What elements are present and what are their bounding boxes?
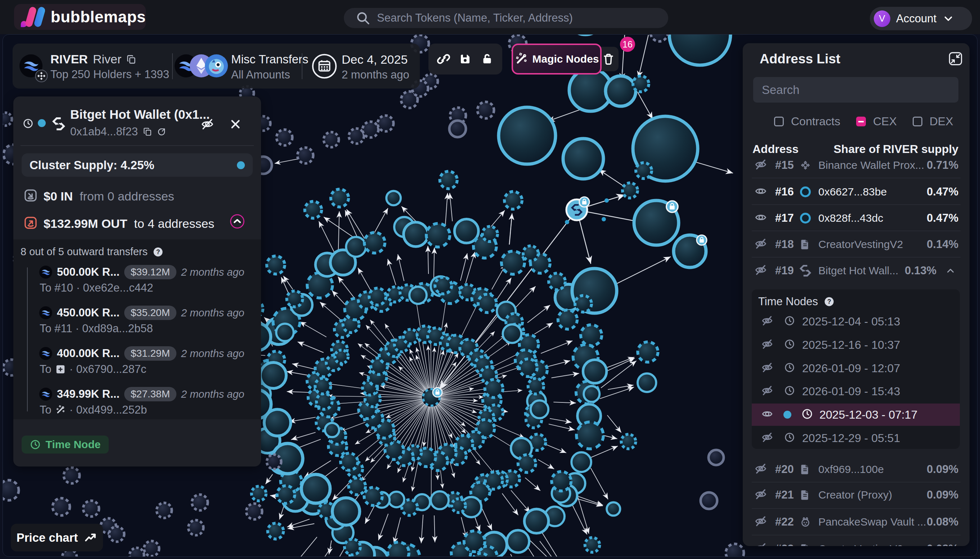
svg-text:?: ?	[156, 248, 160, 256]
svg-text:?: ?	[827, 298, 831, 305]
